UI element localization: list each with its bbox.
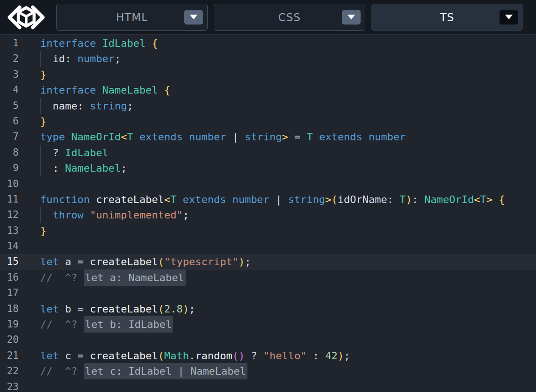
code-line[interactable]: 4interface NameLabel { — [0, 82, 536, 98]
code-token: "hello" — [263, 350, 307, 362]
code-token: < — [474, 194, 480, 205]
code-token — [90, 194, 96, 205]
code-line[interactable]: 20 — [0, 332, 536, 348]
tab-ts[interactable]: TS — [371, 4, 523, 31]
code-line[interactable]: 5 name: string; — [0, 98, 536, 114]
code-token — [313, 131, 319, 143]
code-line[interactable]: 18let b = createLabel(2.8); — [0, 301, 536, 317]
code-line[interactable]: 1interface IdLabel { — [0, 36, 536, 51]
chevron-down-icon — [505, 15, 513, 20]
header: HTMLCSSTS — [0, 0, 536, 35]
code-token: | — [226, 131, 245, 143]
code-token: < — [121, 131, 127, 143]
code-line[interactable]: 8 ? IdLabel — [0, 145, 536, 160]
code-token: . — [189, 350, 195, 362]
code-line[interactable]: 11function createLabel<T extends number … — [0, 192, 536, 207]
code-token: let — [40, 350, 59, 362]
code-line[interactable]: 21let c = createLabel(Math.random() ? "h… — [0, 348, 536, 363]
tab-css[interactable]: CSS — [214, 4, 365, 31]
line-number: 20 — [0, 332, 24, 348]
code-token: createLabel — [90, 303, 158, 315]
code-token: NameLabel — [65, 162, 121, 174]
code-token: > — [486, 194, 493, 205]
type-hint: let a: NameLabel — [84, 269, 186, 286]
code-line-content — [24, 285, 536, 301]
code-token: c = — [59, 350, 90, 362]
code-token: let — [40, 256, 59, 268]
line-number: 12 — [0, 207, 24, 223]
tab-label-ts: TS — [440, 11, 455, 23]
code-token: let — [40, 303, 59, 315]
line-number: 18 — [0, 301, 24, 317]
code-cube-logo[interactable] — [0, 0, 52, 34]
code-line-content — [24, 239, 536, 254]
code-line-content: interface NameLabel { — [24, 82, 536, 98]
code-token: Math — [164, 350, 189, 362]
code-cube-logo-icon — [5, 3, 48, 31]
code-token: ) — [406, 194, 412, 205]
tab-label-html: HTML — [116, 11, 148, 23]
code-token: extends — [319, 131, 362, 143]
code-token: "unimplemented" — [90, 209, 183, 221]
code-line[interactable]: 3} — [0, 67, 536, 82]
line-number: 4 — [0, 82, 24, 98]
code-token: 42 — [325, 350, 338, 362]
code-line-content: } — [24, 223, 536, 239]
tab-html[interactable]: HTML — [56, 4, 208, 31]
code-line-content: throw "unimplemented"; — [24, 207, 536, 223]
code-token: ; — [115, 53, 121, 65]
code-line[interactable]: 22// ^? let c: IdLabel | NameLabel — [0, 363, 536, 379]
code-line-content: id: number; — [24, 51, 536, 66]
code-line[interactable]: 13} — [0, 223, 536, 239]
code-token: T — [480, 194, 486, 205]
code-token: function — [40, 194, 90, 205]
code-line[interactable]: 16// ^? let a: NameLabel — [0, 270, 536, 285]
code-token — [362, 131, 369, 143]
tab-dropdown-ts[interactable] — [500, 10, 518, 24]
tab-dropdown-css[interactable] — [342, 10, 361, 24]
code-editor[interactable]: 1interface IdLabel {2 id: number;3}4inte… — [0, 35, 536, 392]
code-line-content: name: string; — [24, 98, 536, 114]
code-token: T — [170, 194, 176, 205]
code-line-content: interface IdLabel { — [24, 36, 536, 51]
code-line[interactable]: 6} — [0, 114, 536, 129]
line-number: 7 — [0, 129, 24, 145]
code-line[interactable]: 23 — [0, 379, 536, 392]
code-token: ; — [127, 100, 133, 112]
chevron-down-icon — [190, 15, 197, 20]
line-number: 17 — [0, 285, 24, 301]
code-token: ( — [158, 303, 164, 315]
code-token: ; — [245, 256, 251, 268]
line-number: 23 — [0, 379, 24, 392]
code-token: } — [40, 225, 46, 237]
code-line-content: // ^? let c: IdLabel | NameLabel — [24, 363, 536, 379]
code-token: type — [40, 131, 65, 143]
tab-dropdown-html[interactable] — [184, 10, 203, 24]
code-line[interactable]: 12 throw "unimplemented"; — [0, 207, 536, 223]
code-token: } — [40, 69, 46, 80]
code-token: = — [288, 131, 307, 143]
code-line[interactable]: 19// ^? let b: IdLabel — [0, 317, 536, 332]
code-token: ) — [183, 303, 189, 315]
code-line[interactable]: 7type NameOrId<T extends number | string… — [0, 129, 536, 145]
code-line[interactable]: 9 : NameLabel; — [0, 160, 536, 176]
code-line[interactable]: 17 — [0, 285, 536, 301]
code-token: ) — [239, 350, 245, 362]
code-token: IdLabel — [102, 37, 145, 49]
code-token: < — [164, 194, 170, 205]
code-lines: 1interface IdLabel {2 id: number;3}4inte… — [0, 36, 536, 392]
code-token: number — [77, 53, 114, 65]
code-line[interactable]: 2 id: number; — [0, 51, 536, 66]
code-line-content — [24, 332, 536, 348]
code-line-content: // ^? let b: IdLabel — [24, 317, 536, 332]
code-line[interactable]: 15let a = createLabel("typescript"); — [0, 254, 536, 269]
line-number: 6 — [0, 114, 24, 129]
code-token: string — [245, 131, 282, 143]
code-token: a = — [59, 256, 90, 268]
code-line[interactable]: 14 — [0, 239, 536, 254]
code-token — [226, 194, 232, 205]
tab-bar: HTMLCSSTS — [56, 4, 523, 31]
code-token — [65, 131, 71, 143]
code-line-content — [24, 379, 536, 392]
code-line[interactable]: 10 — [0, 176, 536, 192]
